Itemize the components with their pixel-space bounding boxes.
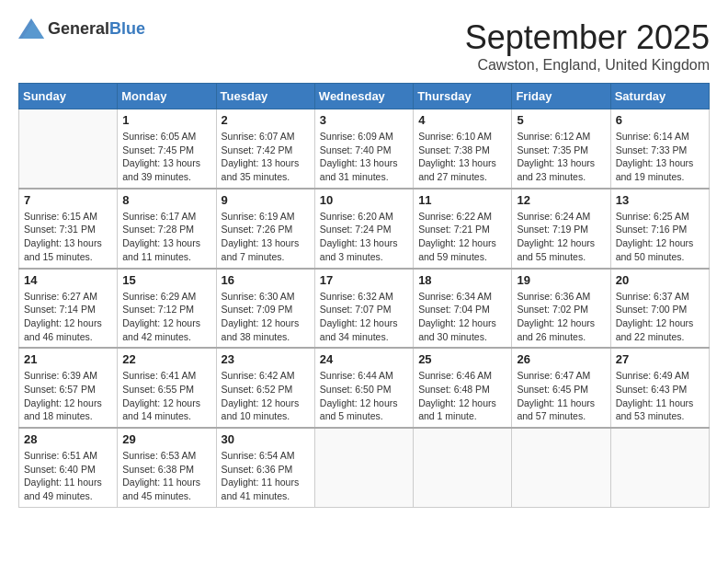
calendar-cell: 18Sunrise: 6:34 AM Sunset: 7:04 PM Dayli… — [414, 269, 512, 349]
day-number: 28 — [24, 432, 112, 446]
calendar-cell: 26Sunrise: 6:47 AM Sunset: 6:45 PM Dayli… — [512, 348, 610, 428]
calendar-header-row: SundayMondayTuesdayWednesdayThursdayFrid… — [19, 84, 710, 109]
day-number: 15 — [122, 273, 210, 287]
calendar-cell: 27Sunrise: 6:49 AM Sunset: 6:43 PM Dayli… — [610, 348, 709, 428]
day-info: Sunrise: 6:46 AM Sunset: 6:48 PM Dayligh… — [418, 369, 506, 423]
day-info: Sunrise: 6:44 AM Sunset: 6:50 PM Dayligh… — [320, 369, 408, 423]
title-area: September 2025 Cawston, England, United … — [465, 18, 710, 74]
day-number: 26 — [517, 352, 605, 366]
calendar-cell — [610, 428, 709, 507]
calendar-cell: 15Sunrise: 6:29 AM Sunset: 7:12 PM Dayli… — [118, 269, 216, 349]
day-info: Sunrise: 6:47 AM Sunset: 6:45 PM Dayligh… — [517, 369, 605, 423]
day-info: Sunrise: 6:51 AM Sunset: 6:40 PM Dayligh… — [24, 449, 112, 503]
calendar-cell: 22Sunrise: 6:41 AM Sunset: 6:55 PM Dayli… — [118, 348, 216, 428]
day-number: 5 — [517, 113, 605, 127]
day-info: Sunrise: 6:20 AM Sunset: 7:24 PM Dayligh… — [320, 210, 408, 264]
day-info: Sunrise: 6:17 AM Sunset: 7:28 PM Dayligh… — [122, 210, 210, 264]
day-info: Sunrise: 6:22 AM Sunset: 7:21 PM Dayligh… — [418, 210, 506, 264]
day-info: Sunrise: 6:30 AM Sunset: 7:09 PM Dayligh… — [222, 290, 310, 344]
calendar-cell: 13Sunrise: 6:25 AM Sunset: 7:16 PM Dayli… — [610, 189, 709, 269]
day-number: 4 — [418, 113, 506, 127]
day-info: Sunrise: 6:32 AM Sunset: 7:07 PM Dayligh… — [320, 290, 408, 344]
day-info: Sunrise: 6:27 AM Sunset: 7:14 PM Dayligh… — [24, 290, 112, 344]
day-number: 30 — [222, 432, 310, 446]
day-info: Sunrise: 6:37 AM Sunset: 7:00 PM Dayligh… — [616, 290, 704, 344]
day-info: Sunrise: 6:42 AM Sunset: 6:52 PM Dayligh… — [222, 369, 310, 423]
calendar-week-5: 28Sunrise: 6:51 AM Sunset: 6:40 PM Dayli… — [19, 428, 710, 507]
header-wednesday: Wednesday — [314, 84, 413, 109]
day-info: Sunrise: 6:41 AM Sunset: 6:55 PM Dayligh… — [122, 369, 210, 423]
day-info: Sunrise: 6:14 AM Sunset: 7:33 PM Dayligh… — [616, 130, 704, 184]
day-number: 2 — [222, 113, 310, 127]
day-number: 21 — [24, 352, 112, 366]
day-number: 23 — [222, 352, 310, 366]
calendar-cell: 7Sunrise: 6:15 AM Sunset: 7:31 PM Daylig… — [19, 189, 118, 269]
logo-text: GeneralBlue — [48, 19, 145, 39]
calendar-cell: 10Sunrise: 6:20 AM Sunset: 7:24 PM Dayli… — [314, 189, 413, 269]
logo-general: General — [48, 19, 109, 38]
day-info: Sunrise: 6:10 AM Sunset: 7:38 PM Dayligh… — [418, 130, 506, 184]
header-saturday: Saturday — [610, 84, 709, 109]
day-info: Sunrise: 6:24 AM Sunset: 7:19 PM Dayligh… — [517, 210, 605, 264]
day-number: 7 — [24, 193, 112, 207]
day-number: 16 — [222, 273, 310, 287]
logo-icon — [18, 18, 44, 39]
logo: GeneralBlue — [18, 18, 145, 39]
calendar-cell: 24Sunrise: 6:44 AM Sunset: 6:50 PM Dayli… — [314, 348, 413, 428]
header-sunday: Sunday — [19, 84, 118, 109]
calendar-week-1: 1Sunrise: 6:05 AM Sunset: 7:45 PM Daylig… — [19, 109, 710, 189]
calendar-cell: 14Sunrise: 6:27 AM Sunset: 7:14 PM Dayli… — [19, 269, 118, 349]
calendar-table: SundayMondayTuesdayWednesdayThursdayFrid… — [18, 83, 710, 508]
day-number: 3 — [320, 113, 408, 127]
day-number: 29 — [122, 432, 210, 446]
day-number: 18 — [418, 273, 506, 287]
calendar-cell — [414, 428, 512, 507]
calendar-cell: 12Sunrise: 6:24 AM Sunset: 7:19 PM Dayli… — [512, 189, 610, 269]
day-number: 8 — [122, 193, 210, 207]
day-info: Sunrise: 6:09 AM Sunset: 7:40 PM Dayligh… — [320, 130, 408, 184]
day-info: Sunrise: 6:54 AM Sunset: 6:36 PM Dayligh… — [222, 449, 310, 503]
calendar-cell: 21Sunrise: 6:39 AM Sunset: 6:57 PM Dayli… — [19, 348, 118, 428]
month-title: September 2025 — [465, 18, 710, 57]
day-info: Sunrise: 6:07 AM Sunset: 7:42 PM Dayligh… — [222, 130, 310, 184]
calendar-cell: 16Sunrise: 6:30 AM Sunset: 7:09 PM Dayli… — [216, 269, 314, 349]
calendar-cell: 5Sunrise: 6:12 AM Sunset: 7:35 PM Daylig… — [512, 109, 610, 189]
calendar-cell: 8Sunrise: 6:17 AM Sunset: 7:28 PM Daylig… — [118, 189, 216, 269]
calendar-cell: 3Sunrise: 6:09 AM Sunset: 7:40 PM Daylig… — [314, 109, 413, 189]
logo-blue: Blue — [109, 19, 145, 38]
day-number: 11 — [418, 193, 506, 207]
calendar-week-4: 21Sunrise: 6:39 AM Sunset: 6:57 PM Dayli… — [19, 348, 710, 428]
header-tuesday: Tuesday — [216, 84, 314, 109]
header-monday: Monday — [118, 84, 216, 109]
day-number: 10 — [320, 193, 408, 207]
day-number: 25 — [418, 352, 506, 366]
calendar-cell — [19, 109, 118, 189]
page-header: GeneralBlue September 2025 Cawston, Engl… — [18, 18, 710, 74]
calendar-week-3: 14Sunrise: 6:27 AM Sunset: 7:14 PM Dayli… — [19, 269, 710, 349]
calendar-cell: 4Sunrise: 6:10 AM Sunset: 7:38 PM Daylig… — [414, 109, 512, 189]
calendar-cell — [314, 428, 413, 507]
day-number: 24 — [320, 352, 408, 366]
day-number: 20 — [616, 273, 704, 287]
day-info: Sunrise: 6:05 AM Sunset: 7:45 PM Dayligh… — [122, 130, 210, 184]
day-info: Sunrise: 6:29 AM Sunset: 7:12 PM Dayligh… — [122, 290, 210, 344]
day-number: 22 — [122, 352, 210, 366]
calendar-week-2: 7Sunrise: 6:15 AM Sunset: 7:31 PM Daylig… — [19, 189, 710, 269]
location-title: Cawston, England, United Kingdom — [465, 57, 710, 74]
day-number: 13 — [616, 193, 704, 207]
day-info: Sunrise: 6:39 AM Sunset: 6:57 PM Dayligh… — [24, 369, 112, 423]
day-info: Sunrise: 6:19 AM Sunset: 7:26 PM Dayligh… — [222, 210, 310, 264]
day-info: Sunrise: 6:15 AM Sunset: 7:31 PM Dayligh… — [24, 210, 112, 264]
calendar-cell: 30Sunrise: 6:54 AM Sunset: 6:36 PM Dayli… — [216, 428, 314, 507]
calendar-cell: 23Sunrise: 6:42 AM Sunset: 6:52 PM Dayli… — [216, 348, 314, 428]
calendar-cell: 2Sunrise: 6:07 AM Sunset: 7:42 PM Daylig… — [216, 109, 314, 189]
calendar-cell: 28Sunrise: 6:51 AM Sunset: 6:40 PM Dayli… — [19, 428, 118, 507]
calendar-cell: 19Sunrise: 6:36 AM Sunset: 7:02 PM Dayli… — [512, 269, 610, 349]
day-number: 6 — [616, 113, 704, 127]
day-number: 27 — [616, 352, 704, 366]
calendar-cell — [512, 428, 610, 507]
day-info: Sunrise: 6:25 AM Sunset: 7:16 PM Dayligh… — [616, 210, 704, 264]
day-number: 17 — [320, 273, 408, 287]
day-number: 1 — [122, 113, 210, 127]
day-info: Sunrise: 6:36 AM Sunset: 7:02 PM Dayligh… — [517, 290, 605, 344]
